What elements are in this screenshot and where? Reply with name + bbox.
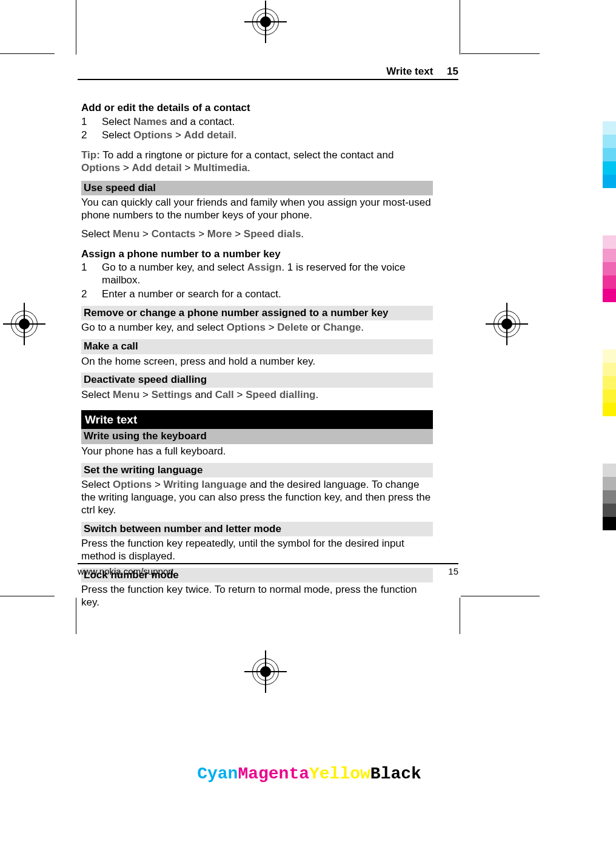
heading-deactivate: Deactivate speed dialling: [81, 373, 433, 388]
paragraph: Press the function key repeatedly, until…: [81, 538, 433, 562]
header-title: Write text: [386, 66, 433, 77]
crop-mark-icon: [461, 596, 540, 596]
crop-mark-icon: [460, 0, 460, 55]
heading-write-keyboard: Write using the keyboard: [81, 429, 433, 444]
crop-mark-icon: [0, 596, 55, 596]
list-item: 1Go to a number key, and select Assign. …: [81, 262, 433, 286]
crop-mark-icon: [76, 598, 76, 634]
registration-mark-left-icon: [11, 311, 38, 337]
list-item: 2Enter a number or search for a contact.: [81, 288, 433, 301]
list-item: 2Select Options > Add detail.: [81, 129, 433, 142]
page-header: Write text 15: [78, 66, 458, 78]
footer-page: 15: [448, 566, 458, 576]
heading-switch-mode: Switch between number and letter mode: [81, 522, 433, 537]
crop-mark-icon: [460, 598, 460, 634]
paragraph: On the home screen, press and hold a num…: [81, 356, 433, 368]
color-bar-black-icon: [603, 464, 616, 530]
footer-url: www.nokia.com/support: [78, 566, 173, 576]
paragraph: Press the function key twice. To return …: [81, 584, 433, 609]
heading-set-language: Set the writing language: [81, 463, 433, 478]
color-bar-cyan-icon: [603, 121, 616, 188]
paragraph: You can quickly call your friends and fa…: [81, 197, 433, 221]
page-footer: www.nokia.com/support 15: [78, 566, 458, 576]
cyan-label: Cyan: [197, 764, 238, 783]
registration-mark-bottom-icon: [252, 658, 279, 685]
color-bar-yellow-icon: [603, 349, 616, 416]
paragraph: Go to a number key, and select Options >…: [81, 322, 433, 334]
cmyk-label: CyanMagentaYellowBlack: [158, 764, 461, 783]
header-page: 15: [447, 66, 458, 77]
crop-mark-icon: [76, 0, 76, 55]
black-label: Black: [370, 764, 421, 783]
footer-rule: [78, 563, 458, 564]
section-heading-write-text: Write text: [81, 410, 433, 429]
paragraph: Select Menu > Contacts > More > Speed di…: [81, 228, 433, 241]
magenta-label: Magenta: [238, 764, 309, 783]
crop-mark-icon: [461, 53, 540, 54]
list-item: 1Select Names and a contact.: [81, 116, 433, 129]
paragraph: Select Menu > Settings and Call > Speed …: [81, 389, 433, 402]
heading: Add or edit the details of a contact: [81, 102, 433, 115]
crop-mark-icon: [0, 53, 55, 54]
paragraph: Your phone has a full keyboard.: [81, 445, 433, 458]
section-add-edit: Add or edit the details of a contact 1Se…: [81, 102, 433, 142]
registration-mark-right-icon: [494, 311, 520, 337]
heading-assign: Assign a phone number to a number key: [81, 248, 433, 261]
tip: Tip: To add a ringtone or picture for a …: [81, 149, 433, 174]
paragraph: Select Options > Writing language and th…: [81, 479, 433, 516]
heading-make-call: Make a call: [81, 339, 433, 354]
color-bar-magenta-icon: [603, 235, 616, 302]
page-content: Add or edit the details of a contact 1Se…: [81, 102, 433, 609]
heading-remove: Remove or change a phone number assigned…: [81, 306, 433, 321]
registration-mark-top-icon: [252, 8, 279, 35]
header-rule: [78, 79, 458, 80]
heading-speed-dial: Use speed dial: [81, 181, 433, 196]
yellow-label: Yellow: [309, 764, 370, 783]
